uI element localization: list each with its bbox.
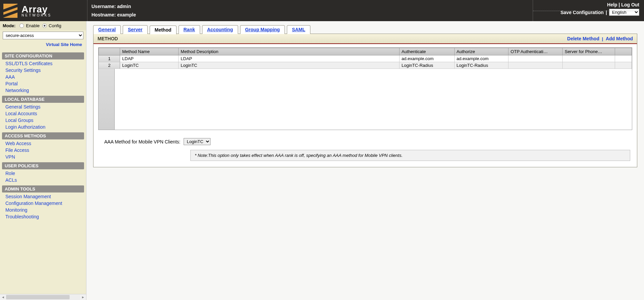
col-header[interactable]: Authenticate	[400, 48, 455, 55]
divider	[533, 11, 639, 11]
col-header[interactable]	[615, 48, 632, 55]
nav-item-aaa[interactable]: AAA	[0, 74, 86, 80]
col-header[interactable]: Method Description	[179, 48, 400, 55]
nav-item-file-access[interactable]: File Access	[0, 147, 86, 154]
table-row[interactable]: 1LDAPLDAPad.example.comad.example.com	[99, 55, 632, 62]
mode-label: Mode:	[3, 23, 15, 28]
language-select[interactable]: English	[609, 9, 639, 16]
table-cell: ad.example.com	[400, 55, 455, 62]
mode-row: Mode: Enable Config	[0, 21, 86, 30]
array-logo-icon	[3, 4, 17, 18]
nav-section-title: ADMIN TOOLS	[2, 185, 84, 192]
col-header[interactable]: Server for Phone…	[563, 48, 615, 55]
sidebar-hscrollbar[interactable]: ◄ ►	[0, 294, 86, 300]
content: GeneralServerMethodRankAccountingGroup M…	[86, 21, 644, 300]
table-cell: LoginTC-Radius	[400, 62, 455, 69]
row-number: 2	[99, 62, 120, 69]
tab-general[interactable]: General	[93, 25, 121, 34]
nav-item-configuration-management[interactable]: Configuration Management	[0, 200, 86, 207]
tab-accounting[interactable]: Accounting	[202, 25, 238, 34]
radio-icon	[42, 24, 47, 28]
mode-config-option[interactable]: Config	[42, 23, 62, 28]
nav-item-ssl-dtls-certificates[interactable]: SSL/DTLS Certificates	[0, 60, 86, 67]
hostname-label: Hostname: example	[91, 12, 529, 17]
tabs: GeneralServerMethodRankAccountingGroup M…	[93, 25, 637, 34]
scroll-left-icon[interactable]: ◄	[0, 294, 6, 300]
table-cell	[615, 62, 632, 69]
tab-rank[interactable]: Rank	[179, 25, 200, 34]
method-grid: Method NameMethod DescriptionAuthenticat…	[98, 47, 632, 130]
virtual-site-select[interactable]: secure-access	[3, 32, 83, 39]
mvpn-row: AAA Method for Mobile VPN Clients: Login…	[104, 138, 630, 145]
row-number: 1	[99, 55, 120, 62]
nav-section-title: ACCESS METHODS	[2, 132, 84, 139]
nav-item-networking[interactable]: Networking	[0, 87, 86, 94]
table-cell	[508, 62, 563, 69]
table-cell: LDAP	[120, 55, 179, 62]
tab-saml[interactable]: SAML	[287, 25, 310, 34]
logo-subbrand: NETWORKS	[22, 13, 52, 17]
sidebar: Mode: Enable Config secure-access Virtua…	[0, 21, 86, 300]
scroll-right-icon[interactable]: ►	[80, 294, 86, 300]
table-cell: LoginTC-Radius	[454, 62, 508, 69]
col-header[interactable]	[99, 48, 120, 55]
separator: |	[602, 36, 603, 41]
separator: |	[606, 10, 607, 15]
nav-item-session-management[interactable]: Session Management	[0, 193, 86, 200]
nav-item-general-settings[interactable]: General Settings	[0, 103, 86, 110]
save-config-link[interactable]: Save Configuration	[561, 10, 604, 15]
table-row[interactable]: 2LoginTCLoginTCLoginTC-RadiusLoginTC-Rad…	[99, 62, 632, 69]
table-cell: LoginTC	[179, 62, 400, 69]
col-header[interactable]: OTP Authenticati…	[508, 48, 563, 55]
nav-item-local-groups[interactable]: Local Groups	[0, 117, 86, 124]
nav-item-acls[interactable]: ACLs	[0, 177, 86, 183]
scroll-track[interactable]	[6, 294, 80, 300]
table-cell: ad.example.com	[454, 55, 508, 62]
logo: Array NETWORKS	[0, 0, 87, 21]
table-cell	[563, 55, 615, 62]
username-label: Username: admin	[91, 4, 529, 9]
table-cell	[615, 55, 632, 62]
delete-method-link[interactable]: Delete Method	[567, 36, 600, 41]
tab-group-mapping[interactable]: Group Mapping	[240, 25, 285, 34]
mode-enable-option[interactable]: Enable	[20, 23, 39, 28]
nav-item-web-access[interactable]: Web Access	[0, 140, 86, 147]
nav-item-vpn[interactable]: VPN	[0, 154, 86, 160]
mode-enable-label: Enable	[26, 23, 39, 28]
add-method-link[interactable]: Add Method	[606, 36, 633, 41]
method-table: Method NameMethod DescriptionAuthenticat…	[99, 48, 632, 69]
panel-headbar: METHOD Delete Method | Add Method	[93, 34, 637, 44]
help-link[interactable]: Help	[607, 2, 617, 7]
header: Array NETWORKS Username: admin Hostname:…	[0, 0, 644, 21]
nav-item-role[interactable]: Role	[0, 170, 86, 177]
nav-item-monitoring[interactable]: Monitoring	[0, 207, 86, 213]
scroll-thumb[interactable]	[6, 295, 70, 299]
nav-item-portal[interactable]: Portal	[0, 80, 86, 87]
header-right: Help | Log Out Save Configuration | Engl…	[533, 0, 644, 21]
nav-item-local-accounts[interactable]: Local Accounts	[0, 110, 86, 117]
table-cell	[508, 55, 563, 62]
main: Mode: Enable Config secure-access Virtua…	[0, 21, 644, 300]
col-header[interactable]: Authorize	[454, 48, 508, 55]
radio-icon	[20, 24, 24, 28]
logo-text: Array NETWORKS	[22, 4, 52, 17]
logout-link[interactable]: Log Out	[621, 2, 639, 7]
mvpn-note: * Note:This option only takes effect whe…	[190, 150, 630, 161]
nav-item-security-settings[interactable]: Security Settings	[0, 67, 86, 74]
mvpn-select[interactable]: LoginTC	[184, 138, 211, 145]
col-header[interactable]: Method Name	[120, 48, 179, 55]
mode-config-label: Config	[49, 23, 62, 28]
mvpn-label: AAA Method for Mobile VPN Clients:	[104, 139, 180, 144]
nav-item-login-authorization[interactable]: Login Authorization	[0, 124, 86, 130]
header-info: Username: admin Hostname: example	[87, 0, 533, 21]
table-cell	[563, 62, 615, 69]
nav-section-title: USER POLICIES	[2, 162, 84, 169]
tab-server[interactable]: Server	[123, 25, 148, 34]
panel-title: METHOD	[98, 36, 118, 41]
panel-actions: Delete Method | Add Method	[567, 36, 633, 41]
virtual-site-home-link[interactable]: Virtual Site Home	[0, 41, 86, 50]
nav-item-troubleshooting[interactable]: Troubleshooting	[0, 213, 86, 220]
nav-section-title: LOCAL DATABASE	[2, 96, 84, 103]
tab-method[interactable]: Method	[150, 26, 177, 34]
below-grid: AAA Method for Mobile VPN Clients: Login…	[93, 133, 637, 167]
